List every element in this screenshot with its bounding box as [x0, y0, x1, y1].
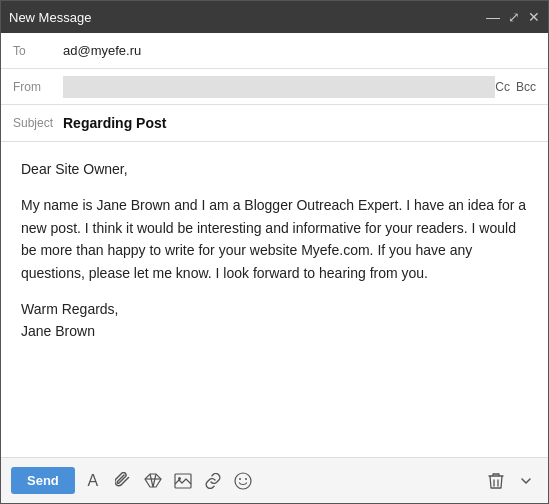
header-fields: To ad@myefe.ru From Cc Bcc Subject Regar…	[1, 33, 548, 142]
subject-row: Subject Regarding Post	[1, 105, 548, 141]
window-controls: — ⤢ ✕	[486, 9, 540, 25]
body-closing: Warm Regards, Jane Brown	[21, 298, 528, 343]
to-row: To ad@myefe.ru	[1, 33, 548, 69]
bcc-button[interactable]: Bcc	[516, 80, 536, 94]
svg-point-4	[245, 478, 247, 480]
from-label: From	[13, 80, 63, 94]
compose-toolbar: Send A	[1, 457, 548, 503]
svg-point-1	[178, 477, 181, 480]
close-button[interactable]: ✕	[528, 9, 540, 25]
image-icon[interactable]	[171, 469, 195, 493]
attach-icon[interactable]	[111, 469, 135, 493]
emoji-icon[interactable]	[231, 469, 255, 493]
body-greeting: Dear Site Owner,	[21, 158, 528, 180]
cc-bcc-controls: Cc Bcc	[495, 80, 536, 94]
body-content: My name is Jane Brown and I am a Blogger…	[21, 194, 528, 284]
from-row: From Cc Bcc	[1, 69, 548, 105]
from-input[interactable]	[63, 76, 495, 98]
email-body[interactable]: Dear Site Owner, My name is Jane Brown a…	[1, 142, 548, 457]
send-button[interactable]: Send	[11, 467, 75, 494]
subject-value[interactable]: Regarding Post	[63, 115, 536, 131]
svg-point-2	[235, 473, 251, 489]
to-value[interactable]: ad@myefe.ru	[63, 43, 536, 58]
minimize-button[interactable]: —	[486, 9, 500, 25]
drive-icon[interactable]	[141, 469, 165, 493]
more-options-icon[interactable]	[514, 469, 538, 493]
toolbar-right	[484, 469, 538, 493]
font-format-icon[interactable]: A	[81, 469, 105, 493]
title-bar: New Message — ⤢ ✕	[1, 1, 548, 33]
svg-point-3	[239, 478, 241, 480]
maximize-button[interactable]: ⤢	[508, 9, 520, 25]
delete-icon[interactable]	[484, 469, 508, 493]
link-icon[interactable]	[201, 469, 225, 493]
to-label: To	[13, 44, 63, 58]
window-title: New Message	[9, 10, 91, 25]
compose-window: New Message — ⤢ ✕ To ad@myefe.ru From Cc…	[0, 0, 549, 504]
subject-label: Subject	[13, 116, 63, 130]
cc-button[interactable]: Cc	[495, 80, 510, 94]
